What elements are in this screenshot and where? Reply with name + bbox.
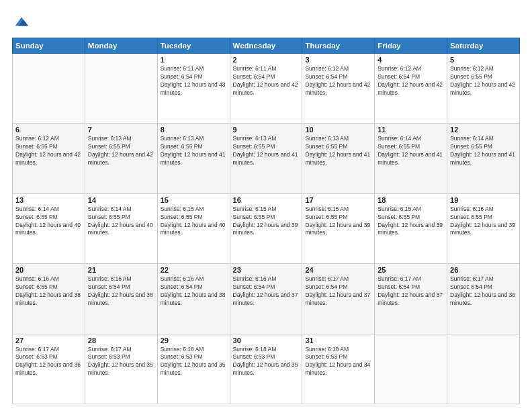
calendar-cell: 29Sunrise: 6:18 AMSunset: 6:53 PMDayligh… bbox=[157, 334, 230, 404]
calendar-cell bbox=[13, 54, 85, 124]
day-number: 15 bbox=[161, 196, 227, 204]
day-number: 31 bbox=[305, 336, 371, 345]
calendar-cell: 22Sunrise: 6:16 AMSunset: 6:54 PMDayligh… bbox=[157, 264, 230, 334]
calendar-cell: 16Sunrise: 6:15 AMSunset: 6:55 PMDayligh… bbox=[230, 193, 302, 263]
weekday-header-monday: Monday bbox=[85, 38, 157, 54]
day-number: 10 bbox=[305, 126, 371, 134]
day-info: Sunrise: 6:17 AMSunset: 6:54 PMDaylight:… bbox=[305, 275, 371, 308]
calendar-cell: 21Sunrise: 6:16 AMSunset: 6:54 PMDayligh… bbox=[85, 264, 157, 334]
calendar-cell: 23Sunrise: 6:16 AMSunset: 6:54 PMDayligh… bbox=[230, 264, 302, 334]
calendar-cell: 13Sunrise: 6:14 AMSunset: 6:55 PMDayligh… bbox=[13, 193, 85, 263]
week-row-4: 20Sunrise: 6:16 AMSunset: 6:55 PMDayligh… bbox=[13, 264, 520, 334]
day-info: Sunrise: 6:13 AMSunset: 6:55 PMDaylight:… bbox=[233, 135, 300, 167]
calendar-cell: 11Sunrise: 6:14 AMSunset: 6:55 PMDayligh… bbox=[375, 124, 447, 193]
day-number: 23 bbox=[233, 266, 300, 274]
day-number: 7 bbox=[88, 126, 154, 134]
weekday-header-wednesday: Wednesday bbox=[230, 38, 302, 54]
calendar-cell: 2Sunrise: 6:11 AMSunset: 6:54 PMDaylight… bbox=[230, 54, 302, 124]
day-number: 30 bbox=[233, 336, 300, 345]
calendar-cell: 3Sunrise: 6:12 AMSunset: 6:54 PMDaylight… bbox=[302, 54, 375, 124]
day-info: Sunrise: 6:17 AMSunset: 6:54 PMDaylight:… bbox=[450, 275, 517, 308]
day-info: Sunrise: 6:17 AMSunset: 6:53 PMDaylight:… bbox=[88, 346, 154, 378]
calendar-table: SundayMondayTuesdayWednesdayThursdayFrid… bbox=[12, 38, 520, 404]
calendar-cell: 24Sunrise: 6:17 AMSunset: 6:54 PMDayligh… bbox=[302, 264, 375, 334]
day-info: Sunrise: 6:16 AMSunset: 6:55 PMDaylight:… bbox=[15, 275, 82, 308]
day-info: Sunrise: 6:14 AMSunset: 6:55 PMDaylight:… bbox=[88, 205, 154, 238]
day-info: Sunrise: 6:18 AMSunset: 6:53 PMDaylight:… bbox=[161, 346, 227, 378]
calendar-cell: 14Sunrise: 6:14 AMSunset: 6:55 PMDayligh… bbox=[85, 193, 157, 263]
day-number: 11 bbox=[378, 126, 444, 134]
calendar-cell: 4Sunrise: 6:12 AMSunset: 6:54 PMDaylight… bbox=[375, 54, 447, 124]
calendar-cell: 18Sunrise: 6:15 AMSunset: 6:55 PMDayligh… bbox=[375, 193, 447, 263]
calendar-cell: 30Sunrise: 6:18 AMSunset: 6:53 PMDayligh… bbox=[230, 334, 302, 404]
day-number: 18 bbox=[378, 196, 444, 204]
calendar-cell: 6Sunrise: 6:12 AMSunset: 6:55 PMDaylight… bbox=[13, 124, 85, 193]
calendar-cell: 26Sunrise: 6:17 AMSunset: 6:54 PMDayligh… bbox=[447, 264, 520, 334]
day-number: 6 bbox=[15, 126, 82, 134]
day-info: Sunrise: 6:14 AMSunset: 6:55 PMDaylight:… bbox=[15, 205, 82, 238]
day-number: 17 bbox=[305, 196, 371, 204]
day-number: 16 bbox=[233, 196, 300, 204]
weekday-header-friday: Friday bbox=[375, 38, 447, 54]
day-info: Sunrise: 6:16 AMSunset: 6:55 PMDaylight:… bbox=[450, 205, 517, 238]
week-row-5: 27Sunrise: 6:17 AMSunset: 6:53 PMDayligh… bbox=[13, 334, 520, 404]
day-info: Sunrise: 6:18 AMSunset: 6:53 PMDaylight:… bbox=[233, 346, 300, 378]
calendar-cell: 7Sunrise: 6:13 AMSunset: 6:55 PMDaylight… bbox=[85, 124, 157, 193]
day-number: 27 bbox=[15, 336, 82, 345]
day-number: 25 bbox=[378, 266, 444, 274]
weekday-header-tuesday: Tuesday bbox=[157, 38, 230, 54]
calendar-cell: 5Sunrise: 6:12 AMSunset: 6:55 PMDaylight… bbox=[447, 54, 520, 124]
calendar-cell: 25Sunrise: 6:17 AMSunset: 6:54 PMDayligh… bbox=[375, 264, 447, 334]
calendar-cell: 19Sunrise: 6:16 AMSunset: 6:55 PMDayligh… bbox=[447, 193, 520, 263]
calendar-cell: 8Sunrise: 6:13 AMSunset: 6:55 PMDaylight… bbox=[157, 124, 230, 193]
day-info: Sunrise: 6:12 AMSunset: 6:55 PMDaylight:… bbox=[450, 65, 517, 97]
day-info: Sunrise: 6:15 AMSunset: 6:55 PMDaylight:… bbox=[378, 205, 444, 238]
day-number: 2 bbox=[233, 56, 300, 64]
logo bbox=[12, 12, 34, 31]
day-number: 26 bbox=[450, 266, 517, 274]
calendar-cell bbox=[447, 334, 520, 404]
day-number: 9 bbox=[233, 126, 300, 134]
day-number: 8 bbox=[161, 126, 227, 134]
week-row-2: 6Sunrise: 6:12 AMSunset: 6:55 PMDaylight… bbox=[13, 124, 520, 193]
calendar-cell: 31Sunrise: 6:18 AMSunset: 6:53 PMDayligh… bbox=[302, 334, 375, 404]
day-number: 3 bbox=[305, 56, 371, 64]
day-number: 13 bbox=[15, 196, 82, 204]
day-info: Sunrise: 6:17 AMSunset: 6:53 PMDaylight:… bbox=[15, 346, 82, 378]
weekday-header-row: SundayMondayTuesdayWednesdayThursdayFrid… bbox=[13, 38, 520, 54]
calendar-cell: 12Sunrise: 6:14 AMSunset: 6:55 PMDayligh… bbox=[447, 124, 520, 193]
week-row-3: 13Sunrise: 6:14 AMSunset: 6:55 PMDayligh… bbox=[13, 193, 520, 263]
day-number: 5 bbox=[450, 56, 517, 64]
calendar-cell: 9Sunrise: 6:13 AMSunset: 6:55 PMDaylight… bbox=[230, 124, 302, 193]
day-info: Sunrise: 6:16 AMSunset: 6:54 PMDaylight:… bbox=[88, 275, 154, 308]
day-number: 12 bbox=[450, 126, 517, 134]
day-number: 14 bbox=[88, 196, 154, 204]
weekday-header-sunday: Sunday bbox=[13, 38, 85, 54]
day-info: Sunrise: 6:14 AMSunset: 6:55 PMDaylight:… bbox=[450, 135, 517, 167]
day-info: Sunrise: 6:13 AMSunset: 6:55 PMDaylight:… bbox=[88, 135, 154, 167]
header bbox=[12, 12, 520, 31]
calendar-cell: 17Sunrise: 6:15 AMSunset: 6:55 PMDayligh… bbox=[302, 193, 375, 263]
day-info: Sunrise: 6:15 AMSunset: 6:55 PMDaylight:… bbox=[161, 205, 227, 238]
logo-icon bbox=[12, 12, 31, 31]
calendar-cell bbox=[375, 334, 447, 404]
day-number: 20 bbox=[15, 266, 82, 274]
day-info: Sunrise: 6:12 AMSunset: 6:54 PMDaylight:… bbox=[305, 65, 371, 97]
calendar-cell: 27Sunrise: 6:17 AMSunset: 6:53 PMDayligh… bbox=[13, 334, 85, 404]
day-number: 1 bbox=[161, 56, 227, 64]
calendar-cell: 28Sunrise: 6:17 AMSunset: 6:53 PMDayligh… bbox=[85, 334, 157, 404]
day-info: Sunrise: 6:11 AMSunset: 6:54 PMDaylight:… bbox=[233, 65, 300, 97]
calendar-cell: 10Sunrise: 6:13 AMSunset: 6:55 PMDayligh… bbox=[302, 124, 375, 193]
day-info: Sunrise: 6:12 AMSunset: 6:54 PMDaylight:… bbox=[378, 65, 444, 97]
day-info: Sunrise: 6:17 AMSunset: 6:54 PMDaylight:… bbox=[378, 275, 444, 308]
day-info: Sunrise: 6:18 AMSunset: 6:53 PMDaylight:… bbox=[305, 346, 371, 378]
day-info: Sunrise: 6:15 AMSunset: 6:55 PMDaylight:… bbox=[233, 205, 300, 238]
day-number: 22 bbox=[161, 266, 227, 274]
day-info: Sunrise: 6:13 AMSunset: 6:55 PMDaylight:… bbox=[305, 135, 371, 167]
day-info: Sunrise: 6:11 AMSunset: 6:54 PMDaylight:… bbox=[161, 65, 227, 97]
day-number: 19 bbox=[450, 196, 517, 204]
weekday-header-saturday: Saturday bbox=[447, 38, 520, 54]
day-number: 4 bbox=[378, 56, 444, 64]
week-row-1: 1Sunrise: 6:11 AMSunset: 6:54 PMDaylight… bbox=[13, 54, 520, 124]
day-info: Sunrise: 6:12 AMSunset: 6:55 PMDaylight:… bbox=[15, 135, 82, 167]
